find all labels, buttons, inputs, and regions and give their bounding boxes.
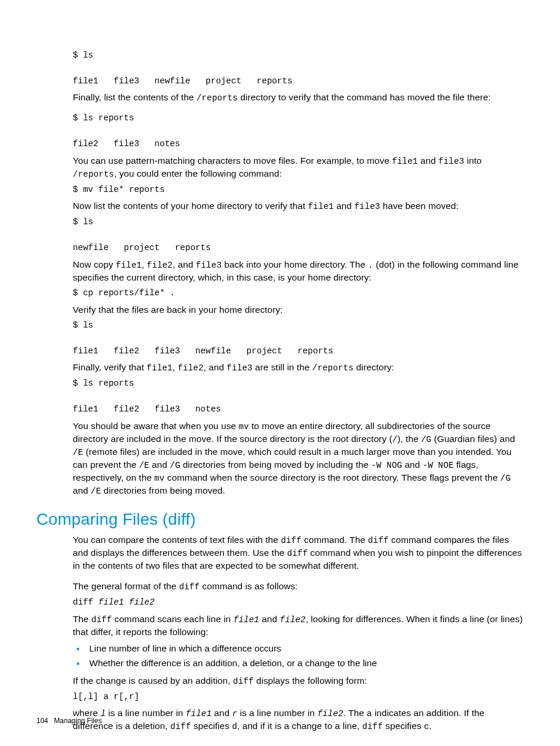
text: are still in the [252,362,312,372]
text: If the change is caused by an addition, [73,676,233,686]
text: (Guardian files) and [431,434,515,444]
text: and [73,485,91,495]
inline-code: /G [170,461,180,470]
inline-code: . [368,261,373,270]
inline-code: /G [421,435,431,444]
code-block: $ mv file* reports [73,184,524,197]
text: You should be aware that when you use [73,421,238,431]
code-literal: diff [73,598,99,607]
body-text: You can use pattern-matching characters … [73,154,524,180]
inline-code: mv [238,422,249,431]
text: and [149,460,170,470]
body-text: Finally, verify that file1, file2, and f… [73,361,524,374]
inline-code: /reports [197,93,238,103]
inline-code: /reports [312,363,353,373]
text: and [259,614,280,624]
text: and [418,156,438,166]
code-block: $ ls reports file1 file2 file3 notes [73,377,524,416]
inline-code: file1 [116,261,141,270]
code-block: $ ls file1 file2 file3 newfile project r… [73,319,524,357]
inline-code: diff [281,536,301,545]
code-block: l[,l] a r[,r] [73,691,524,704]
body-text: The diff command scans each line in file… [73,613,524,638]
inline-code: /E [73,448,83,457]
inline-code: -W NOE [423,461,454,470]
body-text: If the change is caused by an addition, … [73,674,524,687]
inline-code: diff [287,549,308,558]
text: specifies [191,721,232,731]
text: . [429,721,431,731]
text: , [173,362,178,372]
text: into [464,156,482,166]
inline-code: a [367,709,372,718]
text: You can compare the contents of text fil… [73,535,281,545]
text: , and if it is a change to a line, [237,721,362,731]
text: is a line number in [237,708,318,718]
text: specifies [383,721,424,731]
inline-code: d [232,722,237,731]
inline-code: -W NOG [371,461,402,470]
text: command. The [302,535,368,545]
body-text: You can compare the contents of text fil… [73,534,524,572]
inline-code: file3 [355,202,380,211]
text: directories from being moved. [101,485,225,495]
inline-code: c [424,722,429,731]
page-title: Managing Files [54,717,102,725]
code-block: $ ls newfile project reports [73,216,524,254]
text: is a line number in [106,708,186,718]
text: ), the [397,434,421,444]
text: , and [173,259,195,269]
text: The [73,614,91,624]
text: You can use pattern-matching characters … [73,156,392,166]
inline-code-arg: r [232,709,237,718]
text: and [402,460,423,470]
inline-code: diff [179,582,200,592]
text: directory: [353,362,394,372]
body-text: Verify that the files are back in your h… [73,303,524,316]
text: command scans each line in [112,614,234,624]
inline-code-arg: file2 [280,615,306,625]
list-item: Whether the difference is an addition, a… [73,656,524,671]
body-text: where l is a line number in file1 and r … [73,707,524,733]
inline-code: diff [233,677,254,686]
text: Finally, verify that [73,362,147,372]
text: Now list the contents of your home direc… [73,201,308,211]
inline-code: diff [170,722,191,731]
body-text: Now list the contents of your home direc… [73,200,524,212]
inline-code: file2 [147,261,173,270]
text: command when the source directory is the… [164,472,500,482]
inline-code-arg: file2 [318,709,343,718]
inline-code: file3 [196,261,222,270]
body-text: The general format of the diff command i… [73,580,524,593]
text: directories from being moved by includin… [180,460,371,470]
inline-code: file1 [308,202,334,211]
text: The general format of the [73,581,179,591]
inline-code: /E [91,487,102,496]
body-text: Now copy file1, file2, and file3 back in… [73,258,524,283]
text: command is as follows: [200,581,298,591]
code-block: diff file1 file2 [73,596,524,609]
inline-code: diff [368,536,389,545]
inline-code: file2 [178,363,204,373]
list-item: Line number of line in which a differenc… [73,642,524,656]
text: displays the following form: [254,676,367,686]
inline-code: / [392,435,397,444]
text: , you could enter the following command: [114,168,282,178]
text: . The [343,708,367,718]
inline-code-arg: file1 [185,709,211,718]
text: Now copy [73,259,116,269]
text: directory to verify that the command has… [238,92,491,102]
inline-code: diff [91,615,112,625]
inline-code: /reports [73,170,114,179]
text: , [141,259,147,269]
page-footer: 104Managing Files [36,717,102,725]
text: back into your home directory. The [222,259,368,269]
body-text: You should be aware that when you use mv… [73,420,524,497]
text: and [211,708,232,718]
inline-code: diff [362,722,383,731]
text: and [334,201,355,211]
body-text: Finally, list the contents of the /repor… [73,91,524,104]
bullet-list: Line number of line in which a differenc… [73,642,524,671]
inline-code: mv [154,474,165,483]
inline-code: file1 [392,157,418,166]
